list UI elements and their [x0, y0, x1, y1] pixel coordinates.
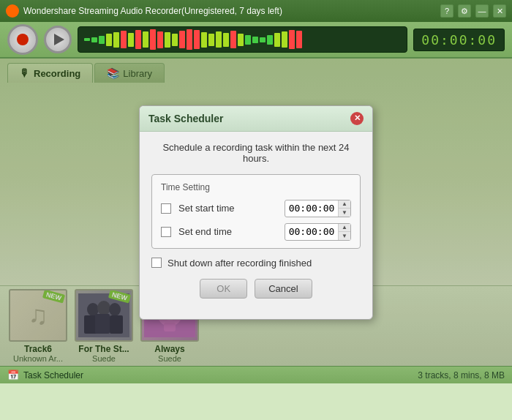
statusbar-icon: 📅	[7, 370, 19, 380]
modal-header: Task Scheduler ✕	[140, 106, 372, 132]
vu-bar	[238, 34, 244, 46]
vu-bar	[252, 37, 258, 43]
vu-bar	[99, 36, 105, 44]
vu-bar	[201, 32, 207, 48]
vu-bar	[282, 31, 287, 48]
shutdown-checkbox[interactable]	[151, 258, 162, 268]
record-dot	[17, 34, 29, 45]
vu-bar	[223, 33, 229, 47]
app-logo	[6, 4, 19, 18]
vu-bar	[91, 37, 97, 42]
titlebar: Wondershare Streaming Audio Recorder(Unr…	[0, 0, 512, 22]
modal-close-button[interactable]: ✕	[350, 112, 364, 125]
end-time-input[interactable]	[285, 224, 338, 240]
shutdown-label: Shut down after recording finished	[167, 258, 312, 269]
main-area: 🎙 Recording 📚 Library Task Scheduler ✕ S…	[0, 59, 512, 366]
minimize-button[interactable]: —	[475, 4, 489, 18]
shutdown-row: Shut down after recording finished	[151, 258, 361, 269]
vu-bar	[187, 29, 192, 50]
vu-bar	[106, 34, 112, 46]
timer-display: 00:00:00	[413, 29, 505, 51]
record-button[interactable]	[7, 24, 38, 55]
vu-bar	[179, 31, 185, 48]
vu-bar	[230, 31, 236, 48]
statusbar-label: Task Scheduler	[23, 370, 418, 380]
cancel-button[interactable]: Cancel	[255, 279, 312, 299]
statusbar-info: 3 tracks, 8 mins, 8 MB	[418, 370, 505, 380]
vu-bar	[172, 34, 178, 46]
end-time-down[interactable]: ▼	[339, 232, 350, 240]
vu-bar	[135, 30, 141, 49]
task-scheduler-dialog: Task Scheduler ✕ Schedule a recording ta…	[139, 105, 373, 320]
vu-bar	[267, 35, 273, 45]
end-time-up[interactable]: ▲	[339, 224, 350, 232]
time-setting-label: Time Setting	[161, 182, 351, 192]
vu-bar	[121, 31, 127, 48]
end-time-label: Set end time	[178, 226, 277, 237]
start-time-checkbox[interactable]	[161, 203, 171, 214]
start-time-spinners: ▲ ▼	[338, 200, 350, 217]
close-button[interactable]: ✕	[493, 4, 506, 18]
vu-bar	[128, 33, 134, 47]
time-setting-group: Time Setting Set start time ▲ ▼	[151, 174, 361, 249]
vu-bar	[165, 32, 170, 48]
start-time-input[interactable]	[285, 200, 338, 217]
end-time-spinners: ▲ ▼	[338, 224, 350, 240]
play-icon	[54, 34, 64, 45]
vu-bar	[289, 30, 295, 49]
vu-bar	[296, 31, 302, 48]
modal-body: Schedule a recording task within the nex…	[140, 132, 372, 319]
vu-bar	[208, 34, 214, 46]
modal-footer: OK Cancel	[151, 279, 361, 309]
statusbar: 📅 Task Scheduler 3 tracks, 8 mins, 8 MB	[0, 366, 512, 383]
play-button[interactable]	[44, 26, 72, 53]
end-time-row: Set end time ▲ ▼	[161, 223, 351, 241]
vu-bar	[260, 37, 266, 42]
start-time-label: Set start time	[178, 203, 277, 214]
help-button[interactable]: ?	[440, 4, 453, 18]
start-time-input-wrap: ▲ ▼	[285, 200, 351, 217]
vu-bar	[194, 30, 200, 49]
end-time-checkbox[interactable]	[161, 227, 171, 237]
vu-bar	[84, 38, 90, 41]
vu-meter	[78, 26, 407, 53]
vu-bar	[245, 35, 251, 45]
title-buttons: ? ⚙ — ✕	[440, 4, 506, 18]
modal-overlay: Task Scheduler ✕ Schedule a recording ta…	[0, 59, 512, 366]
vu-bar	[113, 32, 119, 48]
vu-bar	[150, 29, 156, 50]
modal-description: Schedule a recording task within the nex…	[151, 142, 361, 164]
vu-bar	[143, 31, 148, 48]
vu-bar	[274, 33, 280, 47]
vu-bar	[216, 31, 222, 48]
vu-bar	[157, 31, 163, 48]
app-title: Wondershare Streaming Audio Recorder(Unr…	[23, 6, 440, 16]
start-time-row: Set start time ▲ ▼	[161, 200, 351, 217]
start-time-up[interactable]: ▲	[339, 200, 350, 209]
transport-bar: 00:00:00	[0, 22, 512, 59]
modal-title: Task Scheduler	[148, 113, 223, 124]
ok-button[interactable]: OK	[200, 279, 247, 299]
start-time-down[interactable]: ▼	[339, 209, 350, 217]
settings-button[interactable]: ⚙	[458, 4, 471, 18]
end-time-input-wrap: ▲ ▼	[285, 223, 351, 241]
